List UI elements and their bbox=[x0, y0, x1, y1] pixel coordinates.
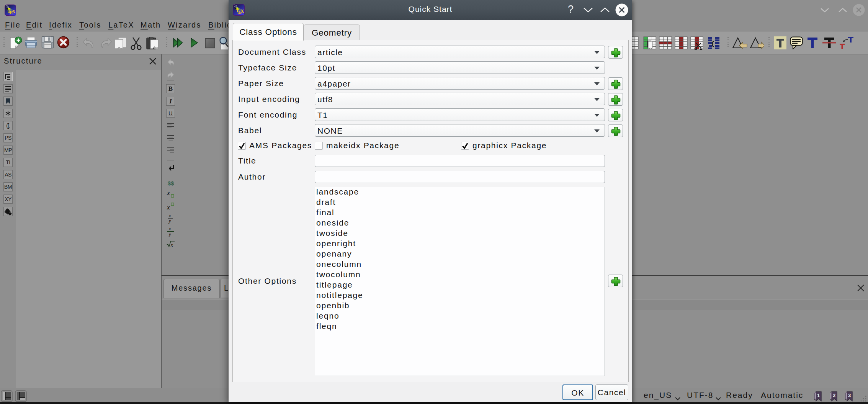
svg-text:y: y bbox=[168, 232, 171, 237]
svg-text:x: x bbox=[167, 189, 170, 196]
svg-text:3: 3 bbox=[848, 393, 851, 398]
svg-text:x: x bbox=[170, 242, 173, 248]
svg-text:X: X bbox=[12, 9, 15, 14]
svg-text:x: x bbox=[167, 204, 170, 211]
svg-text:x: x bbox=[168, 226, 171, 231]
svg-text:x: x bbox=[168, 213, 171, 218]
svg-text:2: 2 bbox=[833, 393, 835, 398]
svg-text:y: y bbox=[168, 218, 171, 224]
svg-text:1: 1 bbox=[817, 393, 820, 398]
